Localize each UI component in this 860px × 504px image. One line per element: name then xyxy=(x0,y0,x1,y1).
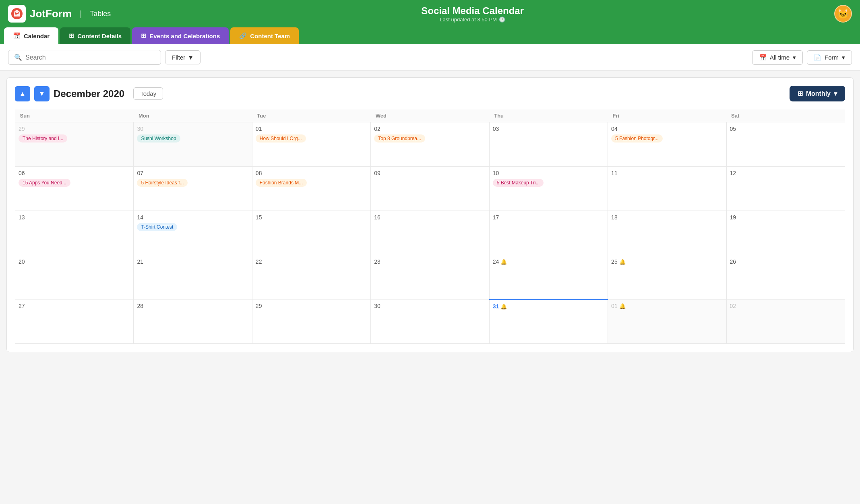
tab-events[interactable]: ⊞ Events and Celebrations xyxy=(132,27,229,44)
calendar-cell[interactable]: 29The History and I... xyxy=(15,122,134,167)
calendar-cell[interactable]: 23 xyxy=(371,255,489,300)
jotform-text: JotForm xyxy=(30,8,72,20)
logo-area: JotForm | Tables xyxy=(8,5,111,23)
event-pill[interactable]: 15 Apps You Need... xyxy=(19,179,70,187)
prev-month-button[interactable]: ▲ xyxy=(15,86,30,101)
calendar-cell[interactable]: 02Top 8 Groundbrea... xyxy=(371,122,489,167)
calendar-cell[interactable]: 13 xyxy=(15,211,134,255)
cal-nav-left: ▲ ▼ December 2020 Today xyxy=(15,86,163,101)
calendar-cell[interactable]: 01 🔔 xyxy=(608,300,726,344)
calendar-cell[interactable]: 0615 Apps You Need... xyxy=(15,167,134,211)
monthly-grid-icon: ⊞ xyxy=(798,90,803,97)
day-number: 30 xyxy=(374,303,486,309)
event-pill[interactable]: 5 Best Makeup Tri... xyxy=(493,179,544,187)
calendar-cell[interactable]: 09 xyxy=(371,167,489,211)
tab-content-team-label: Content Team xyxy=(250,33,290,39)
page-title: Social Media Calendar xyxy=(421,5,524,17)
calendar-cell[interactable]: 24 🔔 xyxy=(489,255,608,300)
calendar-cell[interactable]: 045 Fashion Photogr... xyxy=(608,122,726,167)
filter-icon: ▼ xyxy=(188,54,194,61)
toolbar-right: 📅 All time ▾ 📄 Form ▾ xyxy=(752,50,852,65)
calendar-tab-icon: 📅 xyxy=(13,32,21,39)
search-input[interactable] xyxy=(25,54,155,61)
calendar-cell[interactable]: 02 xyxy=(726,300,845,344)
calendar-cell[interactable]: 30Sushi Workshop xyxy=(134,122,252,167)
calendar-cell[interactable]: 105 Best Makeup Tri... xyxy=(489,167,608,211)
calendar-cell[interactable]: 19 xyxy=(726,211,845,255)
day-number: 20 xyxy=(19,258,130,265)
calendar-cell[interactable]: 27 xyxy=(15,300,134,344)
calendar-cell[interactable]: 26 xyxy=(726,255,845,300)
jotform-logo-icon xyxy=(8,5,26,23)
calendar-cell[interactable]: 01How Should I Org... xyxy=(252,122,370,167)
calendar-grid: Sun Mon Tue Wed Thu Fri Sat 29The Histor… xyxy=(15,109,845,344)
calendar-cell[interactable]: 21 xyxy=(134,255,252,300)
day-number: 09 xyxy=(374,170,486,176)
event-pill[interactable]: Top 8 Groundbrea... xyxy=(374,134,425,143)
search-box[interactable]: 🔍 xyxy=(8,50,161,65)
calendar-cell[interactable]: 16 xyxy=(371,211,489,255)
day-number: 17 xyxy=(493,214,604,221)
calendar-cell[interactable]: 03 xyxy=(489,122,608,167)
day-number: 06 xyxy=(19,170,130,176)
calendar-cell[interactable]: 14T-Shirt Contest xyxy=(134,211,252,255)
calendar-cell[interactable]: 25 🔔 xyxy=(608,255,726,300)
form-icon: 📄 xyxy=(814,54,821,61)
calendar-cell[interactable]: 31 🔔 xyxy=(489,300,608,344)
day-number: 31 🔔 xyxy=(493,303,604,310)
event-pill[interactable]: 5 Hairstyle Ideas f... xyxy=(137,179,188,187)
day-number: 02 xyxy=(730,303,841,309)
calendar-cell[interactable]: 075 Hairstyle Ideas f... xyxy=(134,167,252,211)
chevron-down-icon-2: ▾ xyxy=(842,54,845,61)
event-pill[interactable]: How Should I Org... xyxy=(256,134,306,143)
calendar-week-row: 2728293031 🔔01 🔔02 xyxy=(15,300,845,344)
header: JotForm | Tables Social Media Calendar L… xyxy=(0,0,860,27)
event-pill[interactable]: Fashion Brands M... xyxy=(256,179,307,187)
day-number: 19 xyxy=(730,214,841,221)
next-month-button[interactable]: ▼ xyxy=(34,86,50,101)
day-header-mon: Mon xyxy=(134,109,252,122)
day-header-sun: Sun xyxy=(15,109,134,122)
calendar-cell[interactable]: 17 xyxy=(489,211,608,255)
filter-button[interactable]: Filter ▼ xyxy=(165,50,201,64)
day-number: 22 xyxy=(256,258,367,265)
form-dropdown[interactable]: 📄 Form ▾ xyxy=(807,50,852,65)
calendar-cell[interactable]: 22 xyxy=(252,255,370,300)
calendar-area: ▲ ▼ December 2020 Today ⊞ Monthly ▾ Sun … xyxy=(6,77,854,352)
day-number: 24 🔔 xyxy=(493,258,604,265)
calendar-cell[interactable]: 05 xyxy=(726,122,845,167)
tab-content-details[interactable]: ⊞ Content Details xyxy=(60,27,130,44)
all-time-dropdown[interactable]: 📅 All time ▾ xyxy=(752,50,803,65)
tab-calendar[interactable]: 📅 Calendar xyxy=(4,27,58,44)
calendar-week-row: 29The History and I...30Sushi Workshop01… xyxy=(15,122,845,167)
day-number: 14 xyxy=(137,214,248,221)
calendar-week-row: 1314T-Shirt Contest1516171819 xyxy=(15,211,845,255)
day-number: 28 xyxy=(137,303,248,309)
day-number: 03 xyxy=(493,126,604,132)
day-number: 15 xyxy=(256,214,367,221)
calendar-cell[interactable]: 20 xyxy=(15,255,134,300)
tab-events-label: Events and Celebrations xyxy=(149,33,220,39)
event-pill[interactable]: The History and I... xyxy=(19,134,67,143)
day-number: 21 xyxy=(137,258,248,265)
day-header-thu: Thu xyxy=(489,109,608,122)
monthly-view-button[interactable]: ⊞ Monthly ▾ xyxy=(790,86,845,101)
avatar[interactable]: 🐱 xyxy=(834,5,852,23)
calendar-cell[interactable]: 12 xyxy=(726,167,845,211)
bell-icon: 🔔 xyxy=(619,303,626,309)
calendar-cell[interactable]: 30 xyxy=(371,300,489,344)
calendar-cell[interactable]: 08Fashion Brands M... xyxy=(252,167,370,211)
event-pill[interactable]: Sushi Workshop xyxy=(137,134,180,143)
event-pill[interactable]: T-Shirt Contest xyxy=(137,223,177,231)
today-button[interactable]: Today xyxy=(133,87,163,100)
calendar-cell[interactable]: 28 xyxy=(134,300,252,344)
tab-content-team[interactable]: 🔗 Content Team xyxy=(230,27,299,44)
calendar-cell[interactable]: 15 xyxy=(252,211,370,255)
event-pill[interactable]: 5 Fashion Photogr... xyxy=(611,134,662,143)
day-number: 11 xyxy=(611,170,723,176)
calendar-cell[interactable]: 11 xyxy=(608,167,726,211)
calendar-cell[interactable]: 18 xyxy=(608,211,726,255)
bell-icon: 🔔 xyxy=(619,259,626,265)
calendar-cell[interactable]: 29 xyxy=(252,300,370,344)
day-number: 26 xyxy=(730,258,841,265)
